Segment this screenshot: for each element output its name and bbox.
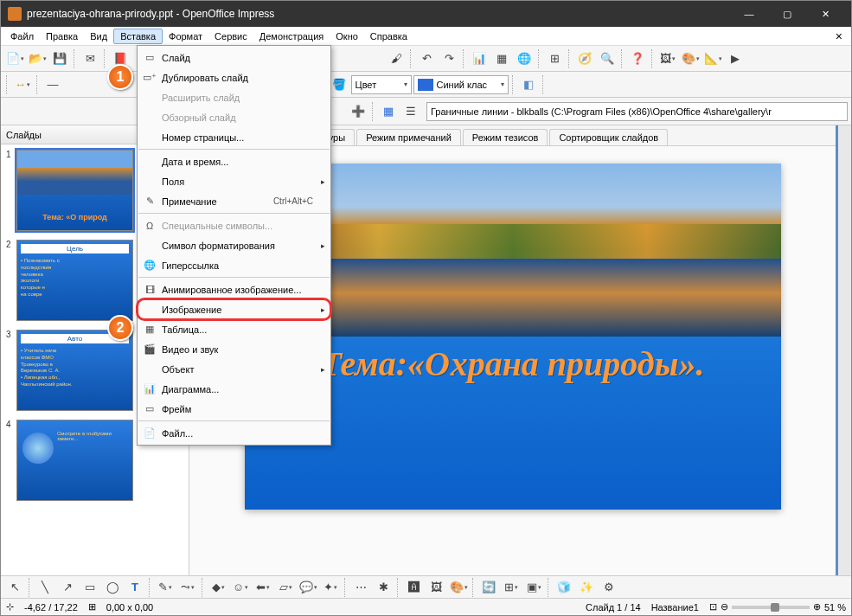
tab-sorter[interactable]: Сортировщик слайдов xyxy=(549,129,668,145)
open-button[interactable]: 📂 xyxy=(27,48,48,69)
toolbar-drawing: ↖ ╲ ↗ ▭ ◯ T ✎ ⤳ ◆ ☺ ⬅ ▱ 💬 ✦ ⋯ ✱ 🅰 🖼 🎨 🔄 … xyxy=(1,575,851,598)
animation-tool[interactable]: ✨ xyxy=(576,577,597,598)
menu-item-17[interactable]: ▭Фрейм xyxy=(138,399,330,419)
extrusion-tool[interactable]: 🧊 xyxy=(554,577,574,598)
gallery-new-button[interactable]: ➕ xyxy=(348,101,368,122)
zoom-fit-icon[interactable]: ⊡ xyxy=(709,601,717,613)
menu-item-0[interactable]: ▭Слайд xyxy=(138,48,330,67)
slide-layout-button[interactable]: 📐 xyxy=(702,48,723,69)
menu-window[interactable]: Окно xyxy=(330,29,364,43)
zoom-value: 51 % xyxy=(824,602,846,613)
points-tool[interactable]: ⋯ xyxy=(350,577,371,598)
callout-tool[interactable]: 💬 xyxy=(298,577,318,598)
menu-item-11[interactable]: 🎞Анимированное изображение... xyxy=(138,279,330,299)
zoom-out-icon[interactable]: ⊖ xyxy=(721,601,728,613)
ellipse-tool[interactable]: ◯ xyxy=(102,577,123,598)
zoom-slider[interactable] xyxy=(732,606,810,609)
menu-item-icon: 📊 xyxy=(141,383,158,395)
gallery-view1-button[interactable]: ▦ xyxy=(378,101,399,122)
close-button[interactable]: ✕ xyxy=(806,1,844,27)
close-doc-icon[interactable]: × xyxy=(830,29,848,43)
gallery-view2-button[interactable]: ☰ xyxy=(400,101,421,122)
arrow-style-button[interactable]: ↔ xyxy=(12,74,33,95)
zoom-in-icon[interactable]: ⊕ xyxy=(813,601,821,613)
select-tool[interactable]: ↖ xyxy=(4,577,25,598)
menu-item-13[interactable]: ▦Таблица... xyxy=(138,319,330,339)
line-tool[interactable]: ╲ xyxy=(35,577,55,598)
text-tool[interactable]: T xyxy=(125,577,145,598)
menu-item-4[interactable]: Номер страницы... xyxy=(138,127,330,147)
menu-item-9[interactable]: Символ форматирования xyxy=(138,235,330,255)
menu-item-1[interactable]: ▭⁺Дублировать слайд xyxy=(138,67,330,87)
task-pane-handle[interactable] xyxy=(836,125,851,575)
tab-handout[interactable]: Режим тезисов xyxy=(463,129,548,145)
menu-edit[interactable]: Правка xyxy=(40,29,84,43)
zoom-button[interactable]: 🔍 xyxy=(597,48,618,69)
arrange-tool[interactable]: ▣ xyxy=(523,577,544,598)
maximize-button[interactable]: ▢ xyxy=(768,1,806,27)
gallery-path: Граничные линии - blkballs (C:\Program F… xyxy=(426,102,848,121)
fill-color-select[interactable]: Синий клас xyxy=(413,75,509,94)
menu-item-18[interactable]: 📄Файл... xyxy=(138,423,330,443)
fill-button[interactable]: 🪣 xyxy=(329,74,349,95)
gallery-tool[interactable]: 🎨 xyxy=(448,577,469,598)
grid-button[interactable]: ⊞ xyxy=(544,48,565,69)
menu-help[interactable]: Справка xyxy=(364,29,413,43)
menu-file[interactable]: Файл xyxy=(4,29,40,43)
rotate-tool[interactable]: 🔄 xyxy=(478,577,499,598)
menu-item-14[interactable]: 🎬Видео и звук xyxy=(138,339,330,359)
shadow-button[interactable]: ◧ xyxy=(518,74,539,95)
status-layout: Название1 xyxy=(651,602,699,613)
menu-item-15[interactable]: Объект xyxy=(138,359,330,379)
curve-tool[interactable]: ✎ xyxy=(155,577,176,598)
format-brush-button[interactable]: 🖌 xyxy=(386,48,407,69)
menu-item-16[interactable]: 📊Диаграмма... xyxy=(138,379,330,399)
stars-tool[interactable]: ✦ xyxy=(320,577,341,598)
flowchart-tool[interactable]: ▱ xyxy=(275,577,296,598)
chart-button[interactable]: 📊 xyxy=(469,48,490,69)
menu-insert[interactable]: Вставка xyxy=(113,29,163,44)
symbols-tool[interactable]: ☺ xyxy=(230,577,251,598)
undo-button[interactable]: ↶ xyxy=(416,48,437,69)
line-style-button[interactable]: — xyxy=(42,74,63,95)
status-size: 0,00 x 0,00 xyxy=(106,602,153,613)
menu-item-7[interactable]: ✎ПримечаниеCtrl+Alt+C xyxy=(138,191,330,211)
fill-type-select[interactable]: Цвет xyxy=(351,75,412,94)
arrows-tool[interactable]: ⬅ xyxy=(253,577,273,598)
menu-format[interactable]: Формат xyxy=(163,29,208,43)
rect-tool[interactable]: ▭ xyxy=(80,577,100,598)
arrow-tool[interactable]: ↗ xyxy=(57,577,78,598)
redo-button[interactable]: ↷ xyxy=(439,48,459,69)
menu-item-icon: ▦ xyxy=(141,324,158,335)
mail-button[interactable]: ✉ xyxy=(80,48,100,69)
menu-item-icon: ▭ xyxy=(141,52,158,63)
connector-tool[interactable]: ⤳ xyxy=(177,577,198,598)
interaction-tool[interactable]: ⚙ xyxy=(599,577,619,598)
menu-item-10[interactable]: 🌐Гиперссылка xyxy=(138,255,330,275)
fontwork-tool[interactable]: 🅰 xyxy=(403,577,424,598)
slide-button[interactable]: 🖼 xyxy=(657,48,678,69)
menu-item-6[interactable]: Поля xyxy=(138,171,330,191)
align-tool[interactable]: ⊞ xyxy=(501,577,522,598)
slide-design-button[interactable]: 🎨 xyxy=(680,48,701,69)
tab-notes[interactable]: Режим примечаний xyxy=(356,129,461,145)
hyperlink-button[interactable]: 🌐 xyxy=(514,48,535,69)
save-button[interactable]: 💾 xyxy=(49,48,70,69)
from-file-tool[interactable]: 🖼 xyxy=(426,577,446,598)
status-slide: Слайд 1 / 14 xyxy=(586,602,641,613)
menu-item-12[interactable]: Изображение xyxy=(138,299,330,319)
menu-shortcut: Ctrl+Alt+C xyxy=(273,196,313,206)
new-button[interactable]: 📄 xyxy=(4,48,25,69)
shapes-tool[interactable]: ◆ xyxy=(208,577,228,598)
menu-tools[interactable]: Сервис xyxy=(208,29,253,43)
menu-view[interactable]: Вид xyxy=(84,29,113,43)
navigator-button[interactable]: 🧭 xyxy=(574,48,595,69)
menu-item-3: Обзорный слайд xyxy=(138,107,330,127)
minimize-button[interactable]: — xyxy=(730,1,768,27)
glue-tool[interactable]: ✱ xyxy=(373,577,394,598)
slideshow-button[interactable]: ▶ xyxy=(725,48,746,69)
help-button[interactable]: ❓ xyxy=(627,48,648,69)
menu-slideshow[interactable]: Демонстрация xyxy=(253,29,330,43)
table-button[interactable]: ▦ xyxy=(491,48,512,69)
menu-item-5[interactable]: Дата и время... xyxy=(138,151,330,171)
